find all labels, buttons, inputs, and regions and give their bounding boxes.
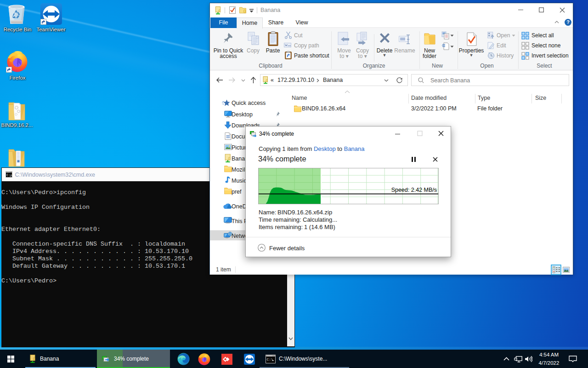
svg-text:C:\: C:\ — [6, 173, 12, 177]
svg-text:C:\: C:\ — [267, 357, 274, 362]
svg-text:Speed: 2.42 MB/s: Speed: 2.42 MB/s — [391, 187, 437, 193]
